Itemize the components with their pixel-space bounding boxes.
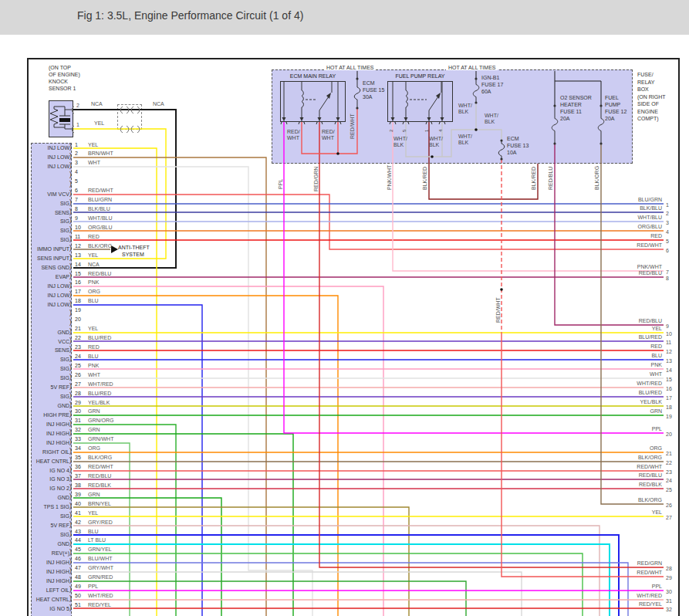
- vertical-wire-label: RED/WHT: [350, 113, 355, 139]
- pin-number: 13: [75, 252, 81, 259]
- pin-number: 7: [75, 197, 78, 203]
- pin-number: 33: [75, 436, 81, 442]
- pin-number: 27: [75, 381, 81, 388]
- pin-wire-color: WHT/BLU: [88, 215, 113, 222]
- right-wire-color: RED/YEL: [586, 601, 662, 608]
- pin-bracket: ): [69, 604, 72, 611]
- pin-bracket: ): [69, 540, 72, 547]
- pin-number: 16: [75, 279, 81, 286]
- right-wire-number: 10: [666, 331, 672, 337]
- right-wire-color: BLU/GRN: [586, 197, 662, 203]
- wire-label: NCA: [91, 101, 103, 107]
- fuse-relay-box-side-label: ENGINE: [637, 109, 658, 115]
- vertical-wire-label: BLK/RED: [422, 167, 427, 190]
- pin-wire-color: WHT/RED: [88, 593, 113, 599]
- pin-wire-color: YEL: [88, 142, 98, 148]
- right-wire-color: ORG: [586, 445, 662, 452]
- pin-wire-color: ORG: [88, 289, 100, 295]
- vertical-wire-label: RED/WHT: [495, 297, 501, 323]
- right-wire-color: PPL: [586, 426, 662, 432]
- pin-number: 40: [75, 501, 81, 507]
- right-wire-number: 12: [666, 349, 672, 355]
- right-wire-number: 3: [666, 220, 669, 226]
- pin-function-label: INJ LOW: [32, 164, 69, 170]
- pin-wire-color: RED: [88, 344, 100, 350]
- pin-number: 36: [75, 464, 81, 470]
- right-wire-number: 22: [666, 460, 672, 466]
- pin-function-label: IG NO 2: [32, 486, 69, 492]
- knock-sensor-location-label: (ON TOP: [49, 65, 71, 71]
- right-wire-number: 23: [666, 469, 672, 476]
- right-wire-number: 19: [666, 414, 672, 420]
- vertical-wire-label: BLK/ORG: [594, 166, 599, 190]
- pin-wire-color: RED/YEL: [88, 602, 111, 608]
- pin-function-label: SIG: [32, 375, 69, 381]
- wire-color-label: RED/: [322, 129, 335, 135]
- pin-bracket: ): [69, 282, 72, 289]
- pin-wire-color: RED/WHT: [88, 188, 113, 194]
- pin-number: 3: [75, 160, 78, 166]
- pin-function-label: GND: [32, 541, 69, 547]
- pin-bracket: ): [69, 263, 72, 270]
- pin-wire-color: BRN/YEL: [88, 501, 111, 507]
- fuse-label: 20A: [560, 116, 569, 122]
- wire-color-label: BLK: [485, 119, 495, 125]
- pin-number: 37: [75, 473, 81, 479]
- pin-number: 29: [75, 400, 81, 406]
- right-wire-number: 27: [666, 515, 672, 521]
- pin-bracket: ): [69, 401, 72, 408]
- pin-number: 32: [75, 427, 81, 433]
- pin-bracket: ): [69, 328, 72, 335]
- fuse-relay-box-side-label: SIDE OF: [637, 101, 659, 107]
- pin-wire-color: GRN/YEL: [88, 547, 112, 553]
- wire-color-label: BLK: [393, 142, 404, 148]
- right-wire-number: 8: [666, 276, 669, 282]
- pin-bracket: ): [69, 291, 72, 298]
- pin-bracket: ): [69, 595, 72, 602]
- pin-bracket: ): [69, 466, 72, 473]
- pin-function-label: INJ HIGH: [32, 569, 69, 575]
- pin-wire-color: YEL/BLK: [88, 400, 110, 406]
- pin-number: 45: [75, 547, 81, 553]
- pin-wire-color: LT BLU: [88, 537, 106, 543]
- pin-function-label: SIG: [32, 228, 69, 234]
- pin-wire-color: BLU/GRN: [88, 197, 112, 203]
- pin-wire-color: BLU/RED: [88, 335, 111, 341]
- pin-number: 42: [75, 520, 81, 526]
- right-wire-color: PNK/WHT: [586, 264, 662, 270]
- pin-bracket: ): [69, 199, 72, 206]
- pin-function-label: IG NO 4: [32, 468, 69, 474]
- pin-bracket: ): [69, 346, 72, 353]
- pin-function-label: SIG: [32, 237, 69, 243]
- fuse-label: FUSE 13: [507, 143, 529, 149]
- pin-bracket: ): [69, 392, 72, 399]
- pin-number: 11: [75, 234, 80, 240]
- right-wire-color: YEL: [586, 509, 662, 516]
- right-wire-number: 7: [666, 269, 669, 276]
- right-wire-color: RED/BLK: [586, 482, 662, 488]
- pin-bracket: ): [69, 235, 72, 242]
- pin-bracket: ): [69, 300, 72, 307]
- pin-function-label: HEAT CNTRL: [32, 459, 69, 465]
- pin-function-label: REV(+): [32, 550, 69, 557]
- pin-wire-color: YEL: [88, 510, 98, 516]
- pin-function-label: INJ HIGH: [32, 421, 69, 428]
- pin-wire-color: WHT: [88, 372, 100, 378]
- pin-number: 51: [75, 602, 81, 608]
- pin-wire-color: NCA: [88, 262, 100, 268]
- pin-function-label: GND: [32, 403, 69, 409]
- relay-pin-number: 4: [438, 130, 443, 132]
- pin-function-label: SIG: [32, 201, 69, 207]
- pin-bracket: ): [69, 254, 72, 261]
- wire-label: 1: [76, 122, 79, 128]
- pin-wire-color: YEL: [88, 252, 98, 259]
- pin-function-label: GND: [32, 330, 69, 336]
- pin-bracket: ): [69, 567, 72, 574]
- pin-function-label: TPS 1 SIG: [32, 504, 69, 510]
- pin-number: 12: [75, 243, 81, 249]
- right-wire-color: BLU/RED: [586, 390, 662, 396]
- pin-bracket: ): [69, 162, 72, 169]
- right-wire-number: 26: [666, 503, 672, 509]
- pin-number: 24: [75, 354, 81, 360]
- pin-wire-color: GRN: [88, 492, 100, 498]
